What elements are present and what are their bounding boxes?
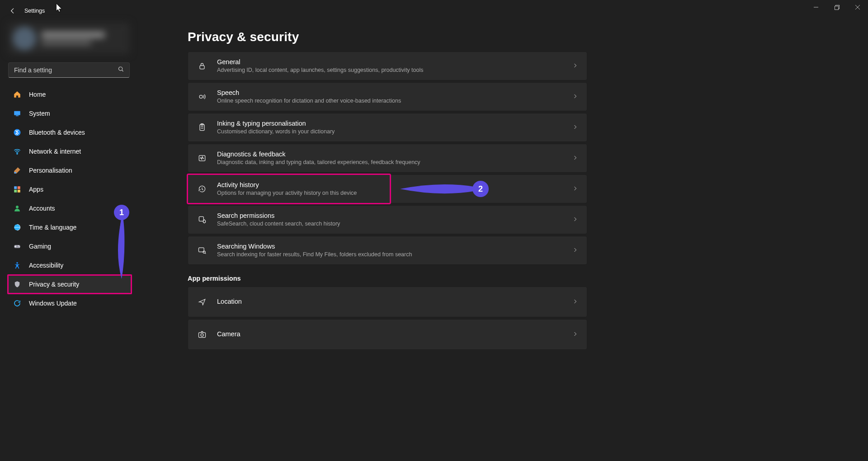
- close-button[interactable]: [847, 0, 868, 14]
- settings-item-activity-history[interactable]: Activity historyOptions for managing you…: [188, 174, 587, 203]
- clock-globe-icon: [13, 223, 22, 232]
- chevron-right-icon: [572, 154, 578, 162]
- chevron-right-icon: [572, 123, 578, 132]
- chevron-right-icon: [572, 298, 578, 306]
- item-desc: Diagnostic data, inking and typing data,…: [217, 159, 562, 166]
- sidebar-item-label: Home: [29, 91, 46, 98]
- accessibility-icon: [13, 261, 22, 270]
- sidebar-item-label: Time & language: [29, 224, 76, 231]
- item-desc: Customised dictionary, words in your dic…: [217, 128, 562, 136]
- svg-rect-7: [14, 111, 20, 115]
- svg-point-22: [199, 95, 203, 99]
- sidebar-item-update[interactable]: Windows Update: [7, 295, 131, 312]
- clipboard-icon: [197, 123, 207, 132]
- sidebar-item-label: Network & internet: [29, 148, 81, 155]
- sidebar-item-time[interactable]: Time & language: [7, 219, 131, 236]
- settings-item-location[interactable]: Location: [188, 287, 587, 317]
- item-title: Inking & typing personalisation: [217, 119, 562, 128]
- sidebar-item-gaming[interactable]: Gaming: [7, 238, 131, 255]
- window-title: Settings: [24, 8, 45, 14]
- home-icon: [13, 90, 22, 99]
- settings-item-diagnostics[interactable]: Diagnostics & feedbackDiagnostic data, i…: [188, 144, 587, 173]
- window-controls: [806, 0, 868, 14]
- sidebar-item-apps[interactable]: Apps: [7, 181, 131, 198]
- sidebar-item-label: Accounts: [29, 205, 55, 212]
- sidebar-item-label: Gaming: [29, 243, 51, 250]
- sidebar-item-network[interactable]: Network & internet: [7, 143, 131, 160]
- shield-icon: [13, 280, 22, 289]
- settings-item-speech[interactable]: SpeechOnline speech recognition for dict…: [188, 82, 587, 111]
- settings-item-inking[interactable]: Inking & typing personalisationCustomise…: [188, 113, 587, 142]
- svg-point-30: [201, 334, 203, 336]
- avatar: [13, 27, 36, 50]
- sidebar-item-label: Windows Update: [29, 300, 77, 307]
- paintbrush-icon: [13, 166, 22, 175]
- settings-group: Location Camera: [188, 287, 640, 350]
- search-box[interactable]: [8, 62, 130, 78]
- search-input[interactable]: [8, 62, 130, 78]
- sidebar-item-home[interactable]: Home: [7, 86, 131, 103]
- item-title: General: [217, 58, 562, 67]
- settings-item-general[interactable]: GeneralAdvertising ID, local content, ap…: [188, 52, 587, 80]
- svg-point-5: [119, 67, 123, 71]
- svg-point-15: [16, 206, 19, 208]
- page-title: Privacy & security: [188, 30, 868, 44]
- settings-item-searching-windows[interactable]: Searching WindowsSearch indexing for fas…: [188, 236, 587, 265]
- nav-list: Home System Bluetooth & devices Network …: [7, 86, 131, 312]
- chevron-right-icon: [572, 62, 578, 70]
- item-title: Speech: [217, 89, 562, 98]
- svg-rect-8: [16, 116, 19, 117]
- item-desc: Advertising ID, local content, app launc…: [217, 66, 562, 74]
- sidebar-item-system[interactable]: System: [7, 105, 131, 122]
- speech-icon: [197, 92, 207, 101]
- item-title: Searching Windows: [217, 242, 562, 251]
- item-title: Activity history: [217, 181, 562, 190]
- sidebar-item-bluetooth[interactable]: Bluetooth & devices: [7, 124, 131, 141]
- update-icon: [13, 299, 22, 308]
- sidebar-item-label: Accessibility: [29, 262, 63, 269]
- svg-rect-12: [18, 186, 20, 189]
- minimize-button[interactable]: [806, 0, 826, 14]
- chevron-right-icon: [572, 330, 578, 339]
- diagnostics-icon: [197, 154, 207, 163]
- settings-group: GeneralAdvertising ID, local content, ap…: [188, 52, 640, 265]
- item-title: Search permissions: [217, 212, 562, 221]
- system-icon: [13, 109, 22, 118]
- user-tile[interactable]: [8, 23, 130, 54]
- sidebar-item-privacy[interactable]: Privacy & security: [7, 276, 131, 293]
- sidebar-item-accounts[interactable]: Accounts: [7, 200, 131, 217]
- settings-item-search-permissions[interactable]: Search permissionsSafeSearch, cloud cont…: [188, 205, 587, 234]
- item-desc: Online speech recognition for dictation …: [217, 97, 562, 105]
- history-icon: [197, 184, 207, 193]
- svg-rect-11: [14, 186, 17, 189]
- svg-rect-13: [14, 190, 17, 193]
- item-title: Location: [217, 297, 562, 306]
- section-header-app-permissions: App permissions: [188, 275, 868, 282]
- svg-point-19: [19, 246, 20, 247]
- sidebar-item-label: System: [29, 110, 50, 117]
- search-shield-icon: [197, 215, 207, 224]
- location-icon: [197, 297, 207, 306]
- chevron-right-icon: [572, 93, 578, 101]
- main-content: Privacy & security GeneralAdvertising ID…: [138, 22, 868, 461]
- svg-rect-26: [199, 216, 203, 221]
- gamepad-icon: [13, 242, 22, 251]
- settings-item-camera[interactable]: Camera: [188, 319, 587, 350]
- item-title: Diagnostics & feedback: [217, 150, 562, 159]
- maximize-button[interactable]: [826, 0, 847, 14]
- sidebar: Home System Bluetooth & devices Network …: [0, 22, 138, 461]
- item-title: Camera: [217, 330, 562, 339]
- chevron-right-icon: [572, 246, 578, 254]
- svg-point-20: [16, 262, 18, 263]
- sidebar-item-label: Privacy & security: [29, 281, 79, 288]
- lock-icon: [197, 61, 207, 71]
- svg-rect-2: [835, 6, 838, 9]
- item-desc: SafeSearch, cloud content search, search…: [217, 220, 562, 228]
- titlebar: Settings: [0, 0, 868, 22]
- sidebar-item-personalisation[interactable]: Personalisation: [7, 162, 131, 179]
- person-icon: [13, 204, 22, 213]
- svg-point-10: [17, 153, 18, 154]
- back-button[interactable]: [4, 2, 22, 20]
- wifi-icon: [13, 147, 22, 156]
- sidebar-item-accessibility[interactable]: Accessibility: [7, 257, 131, 274]
